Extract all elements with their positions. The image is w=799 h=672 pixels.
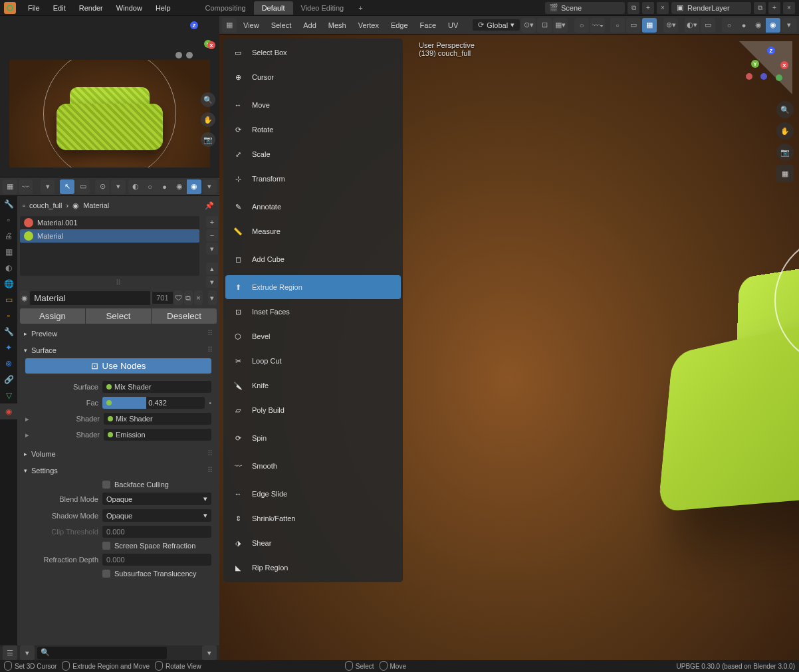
tool-rip-region[interactable]: ◣Rip Region xyxy=(225,556,401,580)
select-mode-box[interactable]: ▭ xyxy=(76,179,90,194)
xray-toggle[interactable]: ▭ xyxy=(701,18,715,33)
menu-render[interactable]: Render xyxy=(72,4,110,12)
vp-menu-select[interactable]: Select xyxy=(266,21,297,29)
tab-modifiers[interactable]: 🔧 xyxy=(0,324,17,340)
vp-shade-rendered[interactable]: ◉ xyxy=(766,18,780,33)
axis-x-icon[interactable]: X xyxy=(207,41,215,49)
tool-shrink/fatten[interactable]: ⇕Shrink/Fatten xyxy=(225,506,401,530)
fake-user-button[interactable]: 🛡 xyxy=(174,290,183,305)
scene-new-button[interactable]: + xyxy=(642,2,654,14)
section-preview-header[interactable]: ▸ Preview ⠿ xyxy=(20,326,217,340)
tool-shear[interactable]: ⬗Shear xyxy=(225,531,401,555)
prop-edit-toggle[interactable]: ○ xyxy=(574,18,589,33)
mesh-object-couch[interactable] xyxy=(631,221,799,580)
layer-new-button[interactable]: + xyxy=(768,2,780,14)
menu-help[interactable]: Help xyxy=(149,4,177,12)
tab-output[interactable]: 🖨 xyxy=(0,228,17,244)
tab-material[interactable]: ◉ xyxy=(0,403,17,419)
axis-y-icon[interactable]: Y xyxy=(751,60,759,68)
backface-culling-checkbox[interactable] xyxy=(102,481,110,489)
workspace-add-button[interactable]: + xyxy=(352,1,369,15)
tab-render[interactable]: ▫ xyxy=(0,212,17,228)
workspace-compositing[interactable]: Compositing xyxy=(197,1,254,15)
shade-render-button[interactable]: ◉ xyxy=(187,179,201,194)
camera-view-button[interactable]: 📷 xyxy=(201,132,215,147)
layer-selector[interactable]: ▣ RenderLayer xyxy=(671,2,751,14)
tool-bevel[interactable]: ⬡Bevel xyxy=(225,324,401,348)
viewport-nav-gizmo[interactable]: Z Y X xyxy=(739,41,792,94)
tab-object[interactable]: ▫ xyxy=(0,308,17,324)
view-dropdown[interactable]: ▾ xyxy=(41,179,55,194)
material-slot[interactable]: Material.001 xyxy=(20,216,199,229)
tab-physics[interactable]: ⊚ xyxy=(0,356,17,372)
tool-poly-build[interactable]: ▱Poly Build xyxy=(225,398,401,422)
perspective-toggle-button[interactable]: ▦ xyxy=(776,165,794,182)
assign-button[interactable]: Assign xyxy=(20,308,85,324)
deselect-button[interactable]: Deselect xyxy=(151,308,217,324)
tool-scale[interactable]: ⤢Scale xyxy=(225,142,401,166)
options-button[interactable]: ▾ xyxy=(20,645,35,660)
shader2-prop-value[interactable]: Emission xyxy=(104,429,211,441)
tool-spin[interactable]: ⟳Spin xyxy=(225,426,401,450)
axis-z-icon[interactable]: Z xyxy=(190,21,198,29)
3d-viewport[interactable]: ▭Select Box⊕Cursor↔Move⟳Rotate⤢Scale⊹Tra… xyxy=(219,35,799,660)
tab-particles[interactable]: ✦ xyxy=(0,340,17,356)
shade-matcap-button[interactable]: ◉ xyxy=(172,179,187,194)
tool-rotate[interactable]: ⟳Rotate xyxy=(225,118,401,142)
zoom-button[interactable]: 🔍 xyxy=(201,92,215,107)
camera-view-button[interactable]: 📷 xyxy=(776,144,794,161)
tool-add-cube[interactable]: ◻Add Cube xyxy=(225,247,401,271)
pin-button[interactable]: 📌 xyxy=(205,201,214,210)
tab-scene[interactable]: ◐ xyxy=(0,260,17,276)
vp-shade-options[interactable]: ▾ xyxy=(782,18,796,33)
menu-window[interactable]: Window xyxy=(110,4,149,12)
tool-smooth[interactable]: 〰Smooth xyxy=(225,454,401,478)
blend-mode-select[interactable]: Opaque▾ xyxy=(102,493,211,505)
select-button[interactable]: Select xyxy=(85,308,151,324)
pivot-dropdown[interactable]: ⊙▾ xyxy=(521,18,536,33)
workspace-default[interactable]: Default xyxy=(254,1,293,15)
material-move-down-button[interactable]: ▾ xyxy=(206,276,218,288)
shade-wire-button[interactable]: ○ xyxy=(143,179,158,194)
material-slot[interactable]: Material xyxy=(20,229,199,243)
layer-browse-button[interactable]: ⧉ xyxy=(754,2,766,14)
gizmo-toggle[interactable]: ⊕▾ xyxy=(663,18,678,33)
pan-button[interactable]: ✋ xyxy=(201,112,215,127)
tool-inset-faces[interactable]: ⊡Inset Faces xyxy=(225,300,401,324)
refraction-depth-field[interactable]: 0.000 xyxy=(102,554,211,566)
vp-shade-wire[interactable]: ○ xyxy=(722,18,737,33)
material-link-dropdown[interactable]: ▾ xyxy=(208,290,217,305)
preview-nav-gizmo[interactable]: Z Y X xyxy=(174,21,214,61)
tool-transform[interactable]: ⊹Transform xyxy=(225,167,401,191)
mesh-select-vertex[interactable]: ▫ xyxy=(610,18,625,33)
material-move-up-button[interactable]: ▴ xyxy=(206,263,218,275)
tool-cursor[interactable]: ⊕Cursor xyxy=(225,65,401,89)
prop-edit-dropdown[interactable]: 〰▾ xyxy=(590,18,605,33)
material-add-button[interactable]: + xyxy=(206,216,218,228)
tool-knife[interactable]: 🔪Knife xyxy=(225,374,401,397)
editor-type-button[interactable]: ☰ xyxy=(3,645,17,660)
scene-browse-button[interactable]: ⧉ xyxy=(628,2,639,14)
zoom-button[interactable]: 🔍 xyxy=(776,101,794,118)
scene-selector[interactable]: 🎬 Scene xyxy=(545,2,625,14)
vp-menu-view[interactable]: View xyxy=(238,21,265,29)
mode-dropdown[interactable]: 〰 xyxy=(19,179,33,194)
fac-prop-slider[interactable]: 0.432 xyxy=(102,397,205,409)
section-settings-header[interactable]: ▾ Settings ⠿ xyxy=(20,463,217,477)
render-preview[interactable] xyxy=(9,60,210,168)
vp-shade-solid[interactable]: ● xyxy=(737,18,751,33)
breadcrumb-object[interactable]: couch_full xyxy=(29,201,62,209)
section-volume-header[interactable]: ▸ Volume ⠿ xyxy=(20,447,217,461)
sss-checkbox[interactable] xyxy=(102,570,110,578)
tool-annotate[interactable]: ✎Annotate xyxy=(225,195,401,219)
pan-button[interactable]: ✋ xyxy=(776,122,794,140)
vp-menu-vertex[interactable]: Vertex xyxy=(353,21,384,29)
tab-data[interactable]: ▽ xyxy=(0,388,17,403)
axis-x-icon[interactable]: X xyxy=(780,61,788,69)
select-mode-tweak[interactable]: ↖ xyxy=(60,179,74,194)
menu-file[interactable]: File xyxy=(21,4,47,12)
tool-select-box[interactable]: ▭Select Box xyxy=(225,41,401,64)
tab-constraints[interactable]: 🔗 xyxy=(0,372,17,388)
snap-dropdown[interactable]: ▾ xyxy=(111,179,126,194)
vp-menu-uv[interactable]: UV xyxy=(443,21,463,29)
